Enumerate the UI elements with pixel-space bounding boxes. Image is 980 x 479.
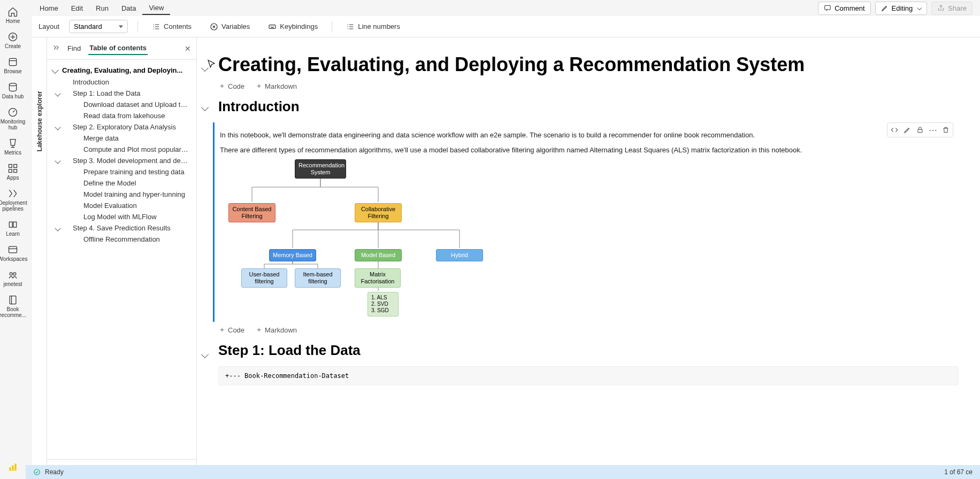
code-cell[interactable]: +--- Book-Recommendation-Dataset — [218, 366, 959, 385]
cell-code-icon[interactable] — [889, 124, 900, 136]
chevron-down-icon — [917, 6, 922, 10]
intro-p2: There are different types of recommendat… — [220, 145, 959, 156]
toc-item[interactable]: Model training and hyper-tunning — [49, 189, 194, 200]
rail-browse[interactable]: Browse — [0, 53, 26, 78]
toc-item[interactable]: Model Evaluation — [49, 200, 194, 211]
left-nav-rail: Home Create Browse Data hub Monitoring h… — [0, 0, 26, 479]
notebook-content[interactable]: Creating, Evaluating, and Deploying a Re… — [197, 37, 980, 479]
chevron-down-icon — [55, 225, 60, 231]
status-ready: Ready — [45, 468, 64, 476]
diagram-root: Recommendation System — [295, 159, 346, 179]
add-markdown-button[interactable]: ＋Markdown — [255, 81, 297, 91]
status-bar: Ready 1 of 67 ce — [26, 465, 980, 479]
svg-rect-7 — [14, 169, 17, 173]
rail-learn[interactable]: Learn — [0, 216, 26, 240]
toc-item[interactable]: Introduction — [49, 76, 194, 88]
step1-heading: Step 1: Load the Data — [218, 342, 959, 359]
toc-item[interactable]: Step 4. Save Prediction Results — [49, 222, 194, 234]
toc-find-tab[interactable]: Find — [66, 42, 82, 55]
cell-more-icon[interactable]: ⋯ — [927, 124, 939, 136]
diagram-matrix: Matrix Factorisation — [355, 268, 401, 288]
menu-edit[interactable]: Edit — [65, 2, 89, 14]
toc-item[interactable]: Compute and Plot most popular items — [49, 144, 194, 155]
chevron-down-icon — [55, 90, 60, 96]
rail-create[interactable]: Create — [0, 28, 26, 52]
rail-apps[interactable]: Apps — [0, 160, 26, 184]
cell-edit-icon[interactable] — [901, 124, 913, 136]
toc-item[interactable]: Step 2. Exploratory Data Analysis — [49, 121, 194, 133]
svg-point-9 — [10, 273, 12, 275]
cell-delete-icon[interactable] — [940, 124, 952, 136]
diagram-algs: 1. ALS 2. SVD 3. SGD — [368, 292, 399, 316]
toc-item[interactable]: Step 1: Load the Data — [49, 88, 194, 99]
toc-item[interactable]: Log Model with MLFlow — [49, 211, 194, 222]
toc-contents-tab[interactable]: Table of contents — [88, 42, 148, 55]
menu-data[interactable]: Data — [115, 2, 142, 14]
toc-body: Creating, Evaluating, and Deployin... In… — [47, 60, 196, 459]
contents-button[interactable]: Contents — [148, 20, 196, 33]
cell-toolbar: ⋯ — [887, 122, 953, 137]
lakehouse-explorer-tab[interactable]: Lakehouse explorer — [32, 37, 47, 479]
rail-workspaces[interactable]: Workspaces — [0, 241, 26, 265]
toc-panel: Find Table of contents ✕ Creating, Evalu… — [47, 37, 197, 479]
menu-view[interactable]: View — [142, 2, 170, 15]
toc-item[interactable]: Prepare training and testing data — [49, 166, 194, 177]
add-cell-row: ＋Code ＋Markdown — [218, 81, 959, 91]
layout-label: Layout — [39, 22, 59, 30]
svg-rect-19 — [918, 129, 922, 132]
keybindings-button[interactable]: Keybindings — [264, 20, 322, 33]
svg-rect-4 — [9, 165, 12, 168]
toc-collapse-icon[interactable] — [52, 44, 60, 53]
rail-datahub[interactable]: Data hub — [0, 79, 26, 103]
diagram-cf: Collaborative Filtering — [355, 203, 402, 222]
toc-item[interactable]: Merge data — [49, 133, 194, 144]
menu-run[interactable]: Run — [89, 2, 115, 14]
intro-p1: In this notebook, we'll demonstrate data… — [220, 130, 959, 141]
rail-notebook-book[interactable]: Book recomme... — [0, 291, 26, 321]
add-markdown-button[interactable]: ＋Markdown — [255, 325, 297, 335]
toc-item[interactable]: Define the Model — [49, 177, 194, 189]
diagram-hybrid: Hybrid — [436, 249, 483, 261]
toc-item[interactable]: Download dataset and Upload to lakeh... — [49, 99, 194, 110]
plus-icon: ＋ — [255, 325, 263, 335]
diagram-cbf: Content Based Filtering — [228, 203, 275, 222]
rail-deployment[interactable]: Deployment pipelines — [0, 185, 26, 215]
menu-bar: Home Edit Run Data View Comment Editing … — [26, 0, 980, 16]
main-container: Lakehouse explorer Find Table of content… — [32, 37, 980, 479]
rail-workspace-jenetest[interactable]: jenetest — [0, 266, 26, 290]
svg-point-20 — [34, 469, 40, 475]
toc-close-icon[interactable]: ✕ — [185, 44, 191, 53]
add-code-button[interactable]: ＋Code — [218, 325, 244, 335]
editing-button[interactable]: Editing — [875, 2, 928, 15]
toc-item[interactable]: Step 3. Model development and deploy — [49, 155, 194, 166]
linenumbers-button[interactable]: Line numbers — [342, 20, 404, 33]
cell-collapse-icon[interactable] — [202, 103, 208, 112]
rail-home[interactable]: Home — [0, 3, 26, 27]
rail-monitoring[interactable]: Monitoring hub — [0, 104, 26, 134]
diagram-item: Item-based filtering — [295, 268, 341, 288]
toc-item[interactable]: Read data from lakehouse — [49, 110, 194, 121]
toc-root[interactable]: Creating, Evaluating, and Deployin... — [49, 64, 194, 76]
cell-collapse-icon[interactable] — [202, 350, 208, 359]
status-ok-icon — [33, 468, 41, 476]
svg-rect-13 — [12, 466, 13, 471]
cell-lock-icon[interactable] — [914, 124, 926, 136]
menu-home[interactable]: Home — [33, 2, 65, 14]
rail-metrics[interactable]: Metrics — [0, 135, 26, 159]
svg-rect-5 — [14, 165, 17, 168]
variables-button[interactable]: Variables — [205, 20, 254, 33]
intro-cell[interactable]: ⋯ In this notebook, we'll demonstrate da… — [213, 122, 959, 322]
toc-item[interactable]: Offline Recommendation — [49, 234, 194, 245]
layout-select[interactable]: Standard — [69, 20, 128, 33]
rail-powerbi[interactable] — [0, 459, 26, 476]
svg-rect-8 — [9, 246, 17, 253]
diagram-memory: Memory Based — [269, 249, 316, 261]
svg-rect-6 — [9, 169, 12, 173]
share-button[interactable]: Share — [931, 2, 973, 15]
recommendation-diagram: Recommendation System Content Based Filt… — [220, 159, 959, 314]
diagram-user: User-based filtering — [241, 268, 287, 288]
comment-button[interactable]: Comment — [818, 2, 870, 15]
notebook-title: Creating, Evaluating, and Deploying a Re… — [218, 53, 959, 76]
svg-rect-1 — [9, 58, 16, 65]
add-code-button[interactable]: ＋Code — [218, 81, 244, 91]
